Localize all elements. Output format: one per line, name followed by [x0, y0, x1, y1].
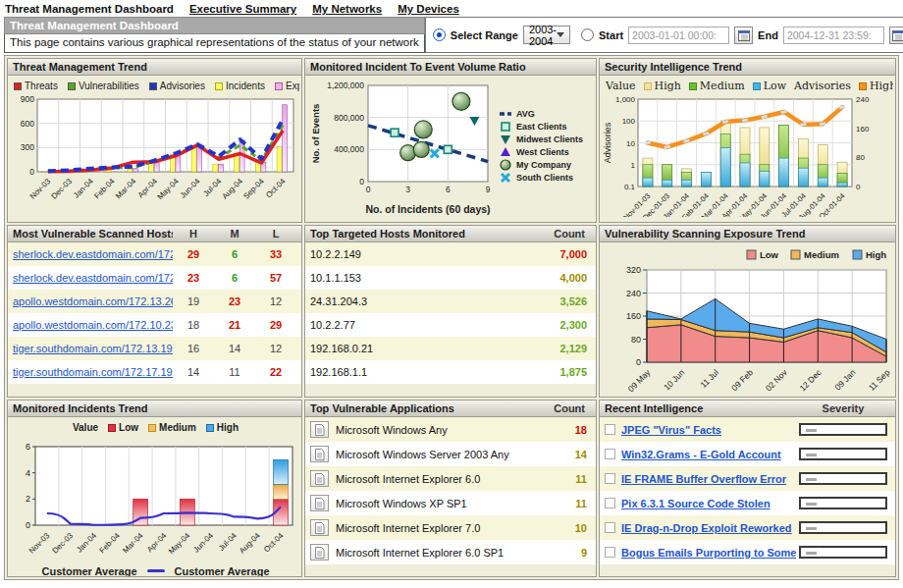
nav-item-threat-management-dashboard[interactable]: Threat Management Dashboard	[5, 3, 174, 15]
targeted-host-label: 24.31.204.3	[310, 295, 537, 307]
nav-item-my-devices[interactable]: My Devices	[398, 3, 459, 15]
nav-item-my-networks[interactable]: My Networks	[312, 3, 382, 15]
application-report-icon[interactable]	[310, 421, 329, 438]
severity-count: 12	[255, 343, 296, 354]
header-left: Threat Management Dashboard This page co…	[4, 17, 425, 53]
table-row: IE FRAME Buffer Overflow Error	[600, 466, 895, 491]
intel-title-cell: JPEG "Virus" Facts	[621, 424, 796, 436]
svg-text:Nov-03: Nov-03	[28, 177, 53, 201]
intel-link[interactable]: Win32.Grams - E-Gold Account	[621, 449, 781, 460]
legend-item: Medium	[148, 422, 196, 433]
svg-text:Aug-04: Aug-04	[220, 177, 244, 201]
incidents-trend-bottom-legend: Customer AverageCustomer Average	[10, 562, 299, 577]
svg-text:Apr-04: Apr-04	[145, 531, 169, 555]
application-report-icon[interactable]	[310, 519, 329, 536]
svg-text:09 Feb: 09 Feb	[729, 367, 755, 393]
table-row: 192.168.1.11,875	[305, 360, 596, 384]
host-cell: tiger.southdomain.com/172.17.19.11	[13, 366, 173, 378]
select-range-radio[interactable]	[433, 28, 446, 41]
count-value: 4,000	[537, 272, 591, 284]
host-link[interactable]: tiger.southdomain.com/172.17.19.11	[13, 366, 173, 378]
application-report-icon[interactable]	[310, 470, 329, 487]
svg-text:4: 4	[26, 468, 30, 478]
custom-range-radio[interactable]	[581, 28, 594, 41]
svg-text:240: 240	[626, 289, 641, 298]
legend-swatch	[149, 82, 157, 90]
intel-link[interactable]: Pix 6.3.1 Source Code Stolen	[621, 498, 770, 509]
intel-link[interactable]: IE Drag-n-Drop Exploit Reworked	[621, 522, 792, 534]
column-header-m: M	[214, 228, 255, 240]
svg-text:Feb-04: Feb-04	[97, 531, 122, 556]
application-report-icon[interactable]	[310, 495, 329, 511]
host-link[interactable]: sherlock.dev.eastdomain.com/172.16.2	[13, 272, 173, 284]
severity-cell	[796, 472, 890, 485]
intel-checkbox[interactable]	[605, 473, 615, 484]
intel-checkbox[interactable]	[605, 547, 615, 558]
intel-checkbox[interactable]	[605, 522, 615, 533]
end-date-input[interactable]	[783, 27, 884, 44]
svg-text:11 Sep: 11 Sep	[867, 367, 892, 393]
legend-item-label: High	[870, 80, 893, 92]
intel-link[interactable]: IE FRAME Buffer Overflow Error	[621, 473, 786, 485]
legend-item-label: Low	[119, 422, 138, 433]
intel-link[interactable]: Bogus Emails Purporting to Something	[621, 547, 796, 559]
legend-text: Value	[606, 80, 636, 92]
nav-item-executive-summary[interactable]: Executive Summary	[189, 3, 296, 15]
severity-bar	[799, 423, 887, 436]
count-value: 11	[537, 498, 591, 509]
legend-item: Threats	[14, 80, 58, 91]
severity-bar	[799, 521, 887, 534]
severity-bar	[799, 497, 887, 509]
targeted-host-label: 10.2.2.149	[310, 248, 537, 260]
svg-text:South Clients: South Clients	[516, 173, 573, 183]
host-cell: tiger.southdomain.com/172.13.19.18	[13, 343, 173, 354]
svg-text:6: 6	[26, 442, 30, 452]
table-row: Pix 6.3.1 Source Code Stolen	[600, 491, 895, 515]
select-range-label: Select Range	[451, 29, 518, 41]
svg-text:10: 10	[626, 139, 635, 148]
host-link[interactable]: apollo.westdomain.com/172.10.23.75	[13, 319, 173, 331]
legend-item-label: Low	[764, 80, 786, 92]
incidents-trend-chart: 0246Nov-03Dec-03Jan-04Feb-04Mar-04Apr-04…	[10, 435, 297, 559]
count-value: 10	[537, 522, 591, 534]
legend-swatch	[215, 82, 223, 90]
legend-item: Medium	[689, 80, 745, 92]
intel-checkbox[interactable]	[605, 449, 615, 459]
host-link[interactable]: apollo.westdomain.com/172.13.26.91	[13, 295, 173, 307]
range-select[interactable]: 2003-2004	[523, 26, 570, 44]
intel-title-cell: IE FRAME Buffer Overflow Error	[621, 473, 796, 485]
severity-count: 14	[214, 343, 255, 354]
legend-item: High	[206, 422, 239, 433]
svg-text:Medium: Medium	[804, 249, 839, 260]
count-value: 2,129	[537, 343, 591, 354]
host-link[interactable]: sherlock.dev.eastdomain.com/172.16.2	[13, 248, 173, 260]
start-calendar-icon[interactable]	[734, 27, 753, 44]
svg-text:My Company: My Company	[516, 160, 571, 170]
threat-trend-chart: 0300600900Nov-03Dec-03Jan-04Feb-04Mar-04…	[10, 93, 297, 217]
panel-title: Vulnerability Scanning Exposure Trend	[605, 228, 890, 240]
page-description: This page contains various graphical rep…	[4, 34, 425, 53]
intel-checkbox[interactable]	[605, 424, 615, 435]
svg-text:09 May: 09 May	[626, 367, 653, 394]
table-row: Bogus Emails Purporting to Something	[600, 540, 895, 564]
legend-item: Vulnerabilities	[68, 80, 139, 91]
end-label: End	[758, 29, 778, 41]
legend-swatch	[859, 82, 867, 90]
end-calendar-icon[interactable]	[889, 27, 903, 44]
table-row: Microsoft Internet Explorer 6.011	[305, 466, 596, 491]
panel-title: Recent Intelligence	[605, 402, 796, 414]
targeted-hosts-table: 10.2.2.1497,00010.1.1.1534,00024.31.204.…	[305, 242, 596, 397]
bottom-legend-text: Customer Average	[42, 565, 137, 577]
intel-checkbox[interactable]	[605, 498, 615, 508]
severity-count: 19	[173, 295, 214, 307]
severity-cell	[796, 497, 890, 509]
host-link[interactable]: tiger.southdomain.com/172.13.19.18	[13, 343, 173, 354]
application-report-icon[interactable]	[310, 544, 329, 561]
svg-text:Dec-03: Dec-03	[51, 531, 76, 556]
start-date-input[interactable]	[628, 27, 729, 44]
table-row: JPEG "Virus" Facts	[600, 417, 895, 442]
targeted-host-label: 10.2.2.77	[310, 319, 537, 331]
panel-monitored-incidents-trend: Monitored Incidents Trend ValueLowMedium…	[7, 400, 302, 577]
application-report-icon[interactable]	[310, 446, 329, 462]
intel-link[interactable]: JPEG "Virus" Facts	[621, 424, 721, 436]
